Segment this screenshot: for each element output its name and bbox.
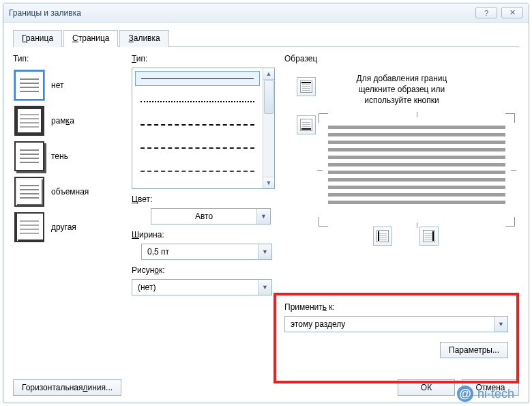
scroll-up-button[interactable]: ▲ xyxy=(263,68,274,80)
setting-label: Тип: xyxy=(13,54,122,63)
titlebar: Границы и заливка ? ✕ xyxy=(3,3,529,23)
crop-tick-icon xyxy=(417,222,417,228)
color-value: Авто xyxy=(151,209,256,224)
dropdown-arrow-icon[interactable]: ▼ xyxy=(256,209,270,224)
horizontal-line-button[interactable]: Горизонтальная линия... xyxy=(13,379,121,396)
preview-hint: Для добавления границ щелкните образец и… xyxy=(291,73,512,106)
line-preview-icon xyxy=(141,147,254,149)
swatch-3d-icon xyxy=(14,177,44,207)
line-style-scrollbar[interactable]: ▲ ▼ xyxy=(263,68,274,188)
edge-right-icon xyxy=(423,230,435,242)
line-style-dashed-fine[interactable] xyxy=(135,117,260,132)
edge-bottom-button[interactable] xyxy=(297,115,316,134)
dialog-body: Граница Страница Заливка Тип: нет ра xyxy=(3,23,529,377)
crop-mark-icon xyxy=(319,217,328,227)
dropdown-arrow-icon[interactable]: ▼ xyxy=(258,244,271,259)
tab-label: траница xyxy=(78,33,110,43)
setting-label-shadow: тень xyxy=(51,151,68,161)
line-style-dashed-wide[interactable] xyxy=(135,164,260,179)
swatch-box-icon xyxy=(14,106,44,136)
setting-option-custom[interactable]: другая xyxy=(13,209,122,245)
apply-to-dropdown[interactable]: этому разделу ▼ xyxy=(284,316,508,332)
tab-shading[interactable]: Заливка xyxy=(119,30,168,47)
tab-page[interactable]: Страница xyxy=(63,30,118,47)
line-style-items xyxy=(132,68,263,188)
tab-border[interactable]: Граница xyxy=(13,30,62,47)
style-column: Тип: ▲ ▼ xyxy=(132,54,275,358)
window-controls: ? ✕ xyxy=(475,7,523,18)
color-label: Цвет: xyxy=(132,194,275,204)
swatch-custom-icon xyxy=(14,212,44,242)
scroll-track[interactable] xyxy=(263,80,274,177)
apply-to-group: Применить к: этому разделу ▼ Параметры..… xyxy=(274,293,519,383)
setting-option-shadow[interactable]: тень xyxy=(13,139,122,174)
swatch-none-icon xyxy=(14,70,44,100)
style-label: Тип: xyxy=(132,54,275,63)
setting-option-3d[interactable]: объемная xyxy=(13,174,122,209)
crop-tick-icon xyxy=(317,170,323,171)
line-style-dashed[interactable] xyxy=(135,141,260,156)
color-dropdown[interactable]: Авто ▼ xyxy=(151,208,271,224)
width-label: Ширина: xyxy=(132,230,275,240)
edge-top-button[interactable] xyxy=(297,77,316,96)
crop-tick-icon xyxy=(511,170,516,171)
preview-label: Образец xyxy=(284,54,519,63)
line-style-listbox[interactable]: ▲ ▼ xyxy=(132,68,275,189)
art-dropdown[interactable]: (нет) ▼ xyxy=(132,279,272,295)
line-preview-icon xyxy=(141,101,254,102)
dropdown-arrow-icon[interactable]: ▼ xyxy=(258,280,271,295)
borders-shading-dialog: Границы и заливка ? ✕ Граница Страница З… xyxy=(3,3,529,403)
setting-label-custom: другая xyxy=(51,222,76,232)
line-preview-icon xyxy=(141,124,254,126)
setting-column: Тип: нет рамка те xyxy=(13,54,122,358)
setting-label-3d: объемная xyxy=(51,187,89,197)
edge-bottom-icon xyxy=(300,119,312,131)
crop-tick-icon xyxy=(417,112,417,117)
line-preview-icon xyxy=(141,171,254,172)
width-value: 0,5 пт xyxy=(142,244,258,259)
preview-sample[interactable] xyxy=(324,119,509,221)
help-button[interactable]: ? xyxy=(475,7,497,18)
setting-option-box[interactable]: рамка xyxy=(13,103,122,139)
options-button[interactable]: Параметры... xyxy=(440,342,508,358)
setting-label-box: рамка xyxy=(51,116,74,126)
swatch-shadow-icon xyxy=(14,141,44,171)
edge-left-button[interactable] xyxy=(373,227,392,246)
apply-to-label: Применить к: xyxy=(284,302,508,312)
setting-label-none: нет xyxy=(51,81,63,90)
scroll-down-button[interactable]: ▼ xyxy=(263,177,274,188)
scroll-thumb[interactable] xyxy=(264,80,274,114)
line-style-solid[interactable] xyxy=(135,71,260,86)
width-dropdown[interactable]: 0,5 пт ▼ xyxy=(141,244,272,260)
tab-label: раница xyxy=(26,33,53,43)
close-button[interactable]: ✕ xyxy=(501,7,523,18)
edge-left-icon xyxy=(376,230,389,242)
setting-option-none[interactable]: нет xyxy=(13,68,122,103)
apply-to-value: этому разделу xyxy=(285,317,494,332)
art-value: (нет) xyxy=(132,280,258,295)
dropdown-arrow-icon[interactable]: ▼ xyxy=(494,317,507,332)
art-label: Рисунок: xyxy=(132,265,275,275)
edge-right-button[interactable] xyxy=(419,227,439,246)
tab-label: аливка xyxy=(134,33,160,43)
crop-mark-icon xyxy=(505,217,515,227)
dialog-title: Границы и заливка xyxy=(9,8,81,18)
line-preview-icon xyxy=(141,78,254,79)
line-style-dotted[interactable] xyxy=(135,94,260,109)
page-content-icon xyxy=(327,121,507,218)
crop-mark-icon xyxy=(505,113,515,123)
tab-strip: Граница Страница Заливка xyxy=(13,29,519,47)
edge-top-icon xyxy=(300,81,312,93)
